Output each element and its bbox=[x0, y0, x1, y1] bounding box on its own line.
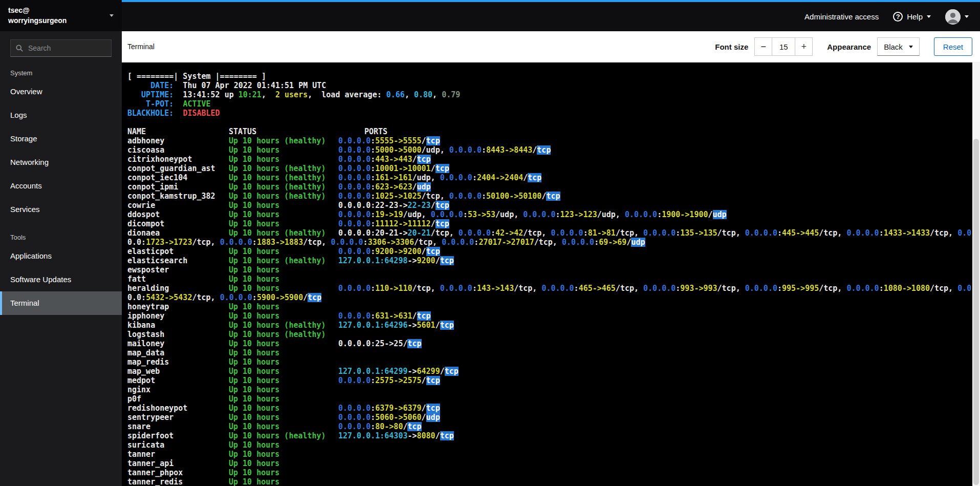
terminal-text-segment: 5000->5000 bbox=[375, 145, 421, 155]
terminal-row-tanner: tannerUp 10 hours bbox=[127, 450, 970, 459]
terminal-text-segment: 127.0.0.1:64299 bbox=[338, 367, 407, 376]
terminal-text-segment: /tcp, bbox=[431, 228, 459, 238]
sidebar-item-accounts[interactable]: Accounts bbox=[0, 174, 122, 198]
terminal-text-segment: / bbox=[422, 413, 426, 422]
scrollbar-thumb[interactable] bbox=[973, 139, 979, 485]
terminal-text-segment: 0.0: bbox=[127, 238, 146, 247]
terminal-scrollbar[interactable] bbox=[972, 62, 980, 486]
search-input[interactable] bbox=[10, 39, 112, 57]
terminal-text-segment: -> bbox=[407, 367, 417, 376]
container-name: cowrie bbox=[127, 201, 229, 210]
container-name: dicompot bbox=[127, 219, 229, 228]
reset-button[interactable]: Reset bbox=[934, 37, 972, 56]
container-status: Up 10 hours bbox=[229, 413, 338, 422]
host-selector[interactable]: tsec@ worryingsurgeon bbox=[0, 0, 122, 31]
container-status: Up 10 hours (healthy) bbox=[229, 173, 338, 182]
font-size-increase-button[interactable]: + bbox=[795, 37, 813, 56]
terminal-row-ipphoney: ipphoneyUp 10 hours0.0.0.0:631->631/tcp bbox=[127, 311, 970, 321]
masthead-toolbar: Administrative access ? Help bbox=[122, 0, 980, 31]
terminal-screen[interactable]: [ ========| System |======== ] DATE: Thu… bbox=[122, 62, 980, 486]
terminal-text-segment: tcp bbox=[440, 256, 454, 265]
sidebar-item-services[interactable]: Services bbox=[0, 198, 122, 221]
nav-section-title-system: System bbox=[10, 69, 122, 77]
session-menu[interactable] bbox=[945, 9, 969, 25]
terminal-text-segment: : bbox=[371, 422, 375, 431]
terminal-text-segment: 995->995 bbox=[782, 284, 819, 293]
terminal-text-segment: 1883->1883 bbox=[257, 238, 303, 247]
terminal-text-segment: : bbox=[371, 219, 375, 228]
terminal-text-segment: /udp, bbox=[597, 210, 625, 219]
sidebar-item-terminal[interactable]: Terminal bbox=[0, 291, 122, 315]
terminal-text-segment: : bbox=[371, 136, 375, 145]
terminal-text-segment: 0.0.0.0 bbox=[220, 238, 252, 247]
terminal-text-segment: 0.0.0.0 bbox=[338, 210, 371, 219]
container-status: Up 10 hours bbox=[229, 339, 338, 348]
sidebar-item-applications[interactable]: Applications bbox=[0, 244, 122, 268]
font-size-decrease-button[interactable]: − bbox=[754, 37, 772, 56]
terminal-text-segment: /tcp, bbox=[192, 293, 220, 302]
terminal-output: [ ========| System |======== ] DATE: Thu… bbox=[127, 72, 970, 486]
terminal-row-conpot_kamstrup_382: conpot_kamstrup_382Up 10 hours (healthy)… bbox=[127, 192, 970, 201]
sidebar-item-storage[interactable]: Storage bbox=[0, 127, 122, 151]
terminal-text-segment: tcp bbox=[537, 145, 551, 155]
container-name: medpot bbox=[127, 376, 229, 385]
terminal-text-segment: 0.0.0.0 bbox=[846, 228, 879, 238]
terminal-text-segment: tcp bbox=[435, 201, 449, 210]
terminal-row-ewsposter: ewsposterUp 10 hours bbox=[127, 265, 970, 274]
container-status: Up 10 hours (healthy) bbox=[229, 321, 338, 330]
container-name: map_web bbox=[127, 367, 229, 376]
sidebar-item-software-updates[interactable]: Software Updates bbox=[0, 268, 122, 291]
container-status: Up 10 hours (healthy) bbox=[229, 192, 338, 201]
terminal-text-segment: : bbox=[472, 284, 477, 293]
terminal-text-segment: / bbox=[435, 256, 440, 265]
terminal-text-segment: 0.0.0.0 bbox=[625, 210, 657, 219]
terminal-text-segment: 20-21 bbox=[407, 228, 430, 238]
terminal-toolbar: Terminal Font size − 15 + Appearance Bla… bbox=[122, 31, 980, 62]
container-name: tanner bbox=[127, 450, 229, 459]
sidebar-item-logs[interactable]: Logs bbox=[0, 103, 122, 127]
terminal-text-segment: /udp, bbox=[495, 210, 523, 219]
terminal-text-segment: 0.0: bbox=[127, 293, 146, 302]
terminal-text-segment: 22-23 bbox=[407, 201, 430, 210]
terminal-row-map_data: map_dataUp 10 hours bbox=[127, 348, 970, 357]
terminal-text-segment: [ ========| System |======== ] bbox=[127, 72, 266, 81]
terminal-text-segment: 9200->9200 bbox=[375, 247, 421, 256]
container-status: Up 10 hours bbox=[229, 450, 338, 459]
terminal-row-ddospot: ddospotUp 10 hours0.0.0.0:19->19/udp, 0.… bbox=[127, 210, 970, 219]
terminal-text-segment: : bbox=[371, 210, 375, 219]
terminal-text-segment: : bbox=[252, 293, 257, 302]
terminal-text-segment: 0.0.0.0 bbox=[643, 284, 676, 293]
terminal-row-tanner_api: tanner_apiUp 10 hours bbox=[127, 459, 970, 468]
terminal-row-tanner_redis: tanner_redisUp 10 hours bbox=[127, 477, 970, 486]
appearance-select[interactable]: Black bbox=[877, 37, 920, 56]
administrative-access-button[interactable]: Administrative access bbox=[804, 12, 879, 21]
terminal-text-segment: DATE: bbox=[127, 81, 173, 90]
terminal-text-segment: 81->81 bbox=[588, 228, 616, 238]
terminal-text-segment: /tcp, bbox=[412, 284, 440, 293]
terminal-text-segment: /tcp, bbox=[819, 284, 846, 293]
help-menu[interactable]: ? Help bbox=[893, 12, 931, 22]
terminal-text-segment: 69->69 bbox=[599, 238, 626, 247]
terminal-row-map_web: map_webUp 10 hours127.0.0.1:64299->64299… bbox=[127, 367, 970, 376]
terminal-text-segment: 0.0.0.0:22-23-> bbox=[338, 201, 407, 210]
terminal-row-snare: snareUp 10 hours0.0.0.0:80->80/tcp bbox=[127, 422, 970, 431]
container-status: Up 10 hours (healthy) bbox=[229, 228, 338, 238]
terminal-row-dionaea: dionaeaUp 10 hours (healthy)0.0.0.0:20-2… bbox=[127, 228, 970, 238]
container-status: Up 10 hours bbox=[229, 201, 338, 210]
terminal-text-segment: 161->161 bbox=[375, 173, 412, 182]
terminal-text-segment: /tcp, bbox=[514, 284, 541, 293]
sidebar-item-overview[interactable]: Overview bbox=[0, 80, 122, 103]
terminal-text-segment: 19->19 bbox=[375, 210, 403, 219]
container-status: Up 10 hours bbox=[229, 348, 338, 357]
terminal-text-segment: 0.0.0.0 bbox=[331, 238, 363, 247]
terminal-text-segment: -> bbox=[407, 431, 417, 440]
terminal-text-segment: 0.0.0.0:20-21-> bbox=[338, 228, 407, 238]
terminal-text-segment: 11112->11112 bbox=[375, 219, 430, 228]
container-name: elasticsearch bbox=[127, 256, 229, 265]
container-name: adbhoney bbox=[127, 136, 229, 145]
terminal-text-segment: : bbox=[371, 173, 375, 182]
terminal-text-segment: 0.0.0.0:25->25/ bbox=[338, 339, 407, 348]
container-name: ddospot bbox=[127, 210, 229, 219]
terminal-text-segment: 0.0.0.0 bbox=[338, 182, 371, 192]
sidebar-item-networking[interactable]: Networking bbox=[0, 151, 122, 174]
